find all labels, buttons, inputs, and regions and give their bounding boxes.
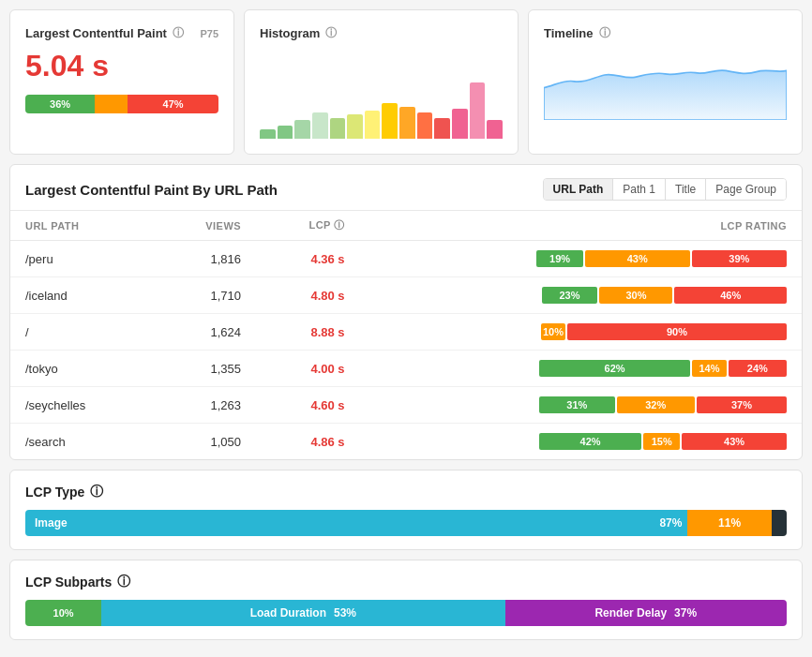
timeline-card: Timeline ⓘ (528, 9, 803, 155)
table-row: /seychelles1,2634.60 s31%32%37% (10, 387, 802, 424)
cell-lcp: 4.86 s (256, 424, 360, 460)
lcp-table: URL PATH VIEWS LCP ⓘ LCP RATING /peru1,8… (10, 210, 802, 459)
cell-path: /iceland (10, 277, 153, 314)
rating-seg-orange: 15% (643, 433, 680, 450)
cell-rating: 19%43%39% (360, 241, 802, 277)
timeline-chart (544, 45, 787, 120)
load-duration-pct: 53% (334, 606, 356, 620)
render-delay-pct: 37% (674, 606, 697, 620)
tab-title[interactable]: Title (666, 179, 706, 200)
cell-path: /peru (10, 241, 153, 277)
rating-seg-red: 90% (567, 323, 787, 340)
histogram-bar (330, 118, 346, 139)
rating-seg-red: 37% (697, 396, 787, 413)
cell-lcp: 4.80 s (256, 277, 360, 314)
rating-bar: 42%15%43% (375, 433, 787, 450)
histogram-bar (294, 120, 310, 139)
subpart-load-duration: Load Duration 53% (101, 600, 504, 626)
lcp-type-card: LCP Type ⓘ Image87%11% (9, 470, 803, 550)
subpart-10: 10% (25, 600, 101, 626)
cell-path: /search (10, 424, 153, 460)
tab-page-group[interactable]: Page Group (706, 179, 786, 200)
lcp-subparts-bar: 10% Load Duration 53% Render Delay 37% (25, 600, 787, 626)
tab-path-1[interactable]: Path 1 (613, 179, 666, 200)
histogram-bar (434, 118, 450, 139)
table-title: Largest Contentful Paint By URL Path (25, 182, 278, 198)
rating-seg-green: 42% (539, 433, 641, 450)
cell-rating: 62%14%24% (360, 351, 802, 387)
histogram-card: Histogram ⓘ (244, 9, 519, 155)
rating-seg-red: 43% (682, 433, 787, 450)
cell-lcp: 4.00 s (256, 351, 360, 387)
rating-seg-green: 23% (542, 287, 598, 304)
lcp-bar-orange (95, 95, 128, 113)
cell-views: 1,355 (153, 351, 256, 387)
histogram-bar (365, 111, 381, 139)
rating-seg-green: 19% (536, 250, 582, 267)
lcp-type-title: LCP Type ⓘ (25, 484, 787, 500)
rating-bar: 19%43%39% (375, 250, 787, 267)
histogram-title-text: Histogram (260, 26, 320, 40)
lcp-info-icon[interactable]: ⓘ (173, 25, 184, 41)
rating-seg-orange: 30% (599, 287, 672, 304)
lcp-p75-badge: P75 (200, 28, 218, 39)
lcp-bar-green: 36% (25, 95, 95, 113)
lcp-card-title: Largest Contentful Paint ⓘ P75 (25, 25, 218, 41)
lcp-subparts-info-icon[interactable]: ⓘ (117, 574, 130, 590)
rating-bar: 23%30%46% (375, 287, 787, 304)
table-row: /search1,0504.86 s42%15%43% (10, 424, 802, 460)
table-header: Largest Contentful Paint By URL Path URL… (10, 165, 802, 210)
rating-seg-orange: 14% (692, 360, 726, 377)
rating-seg-orange: 10% (541, 323, 565, 340)
col-lcp-rating: LCP RATING (360, 211, 802, 241)
table-row: /peru1,8164.36 s19%43%39% (10, 241, 802, 277)
type-seg-dark (772, 510, 787, 536)
histogram-bar (382, 103, 398, 139)
cell-rating: 23%30%46% (360, 277, 802, 314)
lcp-subparts-title: LCP Subparts ⓘ (25, 574, 787, 590)
cell-rating: 31%32%37% (360, 387, 802, 424)
rating-bar: 10%90% (375, 323, 787, 340)
histogram-bar (278, 126, 293, 139)
lcp-rating-bar: 36% 47% (25, 95, 218, 113)
rating-seg-green: 31% (539, 396, 615, 413)
timeline-title: Timeline ⓘ (544, 25, 787, 41)
rating-seg-red: 46% (674, 287, 787, 304)
type-seg-87-pct: 87% (657, 510, 687, 536)
cell-rating: 10%90% (360, 314, 802, 351)
histogram-info-icon[interactable]: ⓘ (325, 25, 337, 41)
cell-path: / (10, 314, 153, 351)
lcp-type-info-icon[interactable]: ⓘ (90, 484, 103, 500)
col-views: VIEWS (153, 211, 256, 241)
col-lcp: LCP ⓘ (256, 211, 360, 241)
lcp-title-text: Largest Contentful Paint (25, 26, 167, 40)
histogram-bar (260, 129, 276, 139)
histogram-title: Histogram ⓘ (260, 25, 503, 41)
lcp-value: 5.04 s (25, 49, 218, 83)
cell-lcp: 4.60 s (256, 387, 360, 424)
url-tab-group[interactable]: URL PathPath 1TitlePage Group (543, 178, 787, 201)
cell-views: 1,263 (153, 387, 256, 424)
lcp-type-bar: Image87%11% (25, 510, 787, 536)
lcp-type-title-text: LCP Type (25, 485, 84, 500)
histogram-bar (470, 82, 486, 139)
timeline-info-icon[interactable]: ⓘ (599, 25, 610, 41)
lcp-bar-red: 47% (128, 95, 218, 113)
table-row: /iceland1,7104.80 s23%30%46% (10, 277, 802, 314)
histogram-bar (347, 114, 363, 139)
cell-views: 1,816 (153, 241, 256, 277)
load-duration-label: Load Duration (250, 606, 326, 620)
histogram-bar (399, 107, 415, 139)
rating-bar: 62%14%24% (375, 360, 787, 377)
tab-url-path[interactable]: URL Path (544, 179, 614, 200)
cell-path: /seychelles (10, 387, 153, 424)
lcp-by-url-card: Largest Contentful Paint By URL Path URL… (9, 164, 803, 460)
cell-path: /tokyo (10, 351, 153, 387)
timeline-title-text: Timeline (544, 26, 594, 40)
table-row: /tokyo1,3554.00 s62%14%24% (10, 351, 802, 387)
rating-seg-orange: 32% (617, 396, 695, 413)
subpart-render-delay: Render Delay 37% (505, 600, 787, 626)
histogram-bar (487, 120, 503, 139)
rating-seg-red: 39% (692, 250, 787, 267)
lcp-card: Largest Contentful Paint ⓘ P75 5.04 s 36… (9, 9, 234, 155)
